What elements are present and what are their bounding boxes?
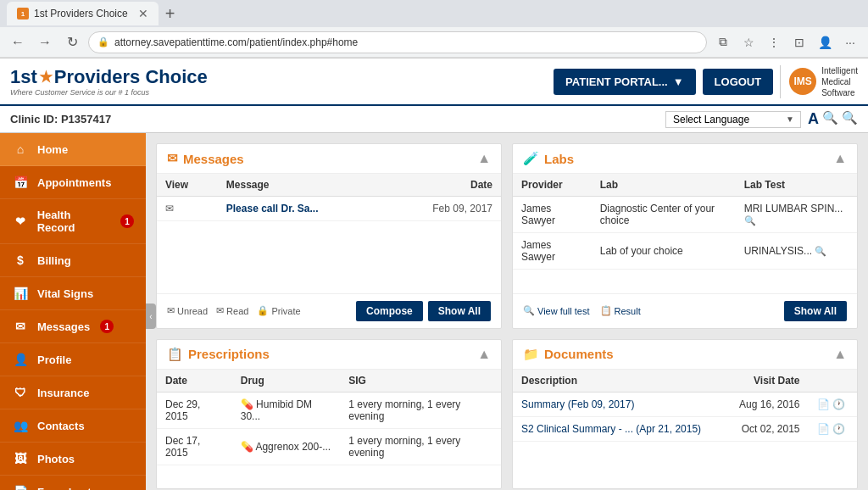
profile-icon[interactable]: 👤 xyxy=(814,31,836,53)
doc-desc-1: Summary (Feb 09, 2017) xyxy=(513,392,725,416)
prescriptions-card: 📋 Prescriptions ▲ Date Drug SIG xyxy=(156,339,502,490)
lab-provider-2: James Sawyer xyxy=(513,233,592,270)
sidebar-label-billing: Billing xyxy=(37,254,71,267)
new-tab-btn[interactable]: + xyxy=(165,4,175,24)
result-link[interactable]: 📋 Result xyxy=(600,305,641,316)
unread-label: Unread xyxy=(177,306,208,316)
rx-col-date: Date xyxy=(157,370,232,393)
sidebar-item-appointments[interactable]: 📅 Appointments xyxy=(0,166,146,199)
lab-lab-2: Lab of your choice xyxy=(592,233,736,270)
documents-table: Description Visit Date Summary (Feb 09, … xyxy=(513,370,857,442)
sidebar-item-vital-signs[interactable]: 📊 Vital Signs xyxy=(0,277,146,310)
sidebar-label-home: Home xyxy=(37,143,68,156)
contacts-icon: 👥 xyxy=(12,419,29,432)
aa-icons: A 🔍 🔍 xyxy=(808,110,858,128)
reload-btn[interactable]: ↻ xyxy=(61,31,83,53)
sidebar-collapse-btn[interactable]: ‹ xyxy=(146,303,156,329)
lab-lab-1: Diagnostic Center of your choice xyxy=(592,197,736,233)
prescriptions-table: Date Drug SIG Dec 29, 2015 💊 Humibid DM … xyxy=(157,370,501,465)
bookmarks-icon[interactable]: ⧉ xyxy=(712,31,734,53)
documents-title-text: Documents xyxy=(544,347,614,361)
logo-sub: Where Customer Service is our # 1 focus xyxy=(10,88,208,97)
more-icon[interactable]: ··· xyxy=(839,31,861,53)
doc-clock-icon-1[interactable]: 🕐 xyxy=(832,398,845,410)
content-area: ✉ Messages ▲ View Message Date xyxy=(146,133,868,490)
tab-bar: 1 1st Providers Choice ✕ + xyxy=(0,0,868,27)
prescriptions-card-title: 📋 Prescriptions xyxy=(167,347,270,362)
browser-chrome: 1 1st Providers Choice ✕ + ← → ↻ 🔒 attor… xyxy=(0,0,868,58)
compose-btn[interactable]: Compose xyxy=(356,301,423,321)
doc-actions-1: 📄 🕐 xyxy=(809,392,858,416)
sidebar-item-photos[interactable]: 🖼 Photos xyxy=(0,443,146,476)
messages-icon: ✉ xyxy=(12,320,29,333)
prescriptions-card-body: Date Drug SIG Dec 29, 2015 💊 Humibid DM … xyxy=(157,370,501,489)
messages-collapse-btn[interactable]: ▲ xyxy=(477,151,491,166)
labs-card-title: 🧪 Labs xyxy=(523,151,574,166)
sidebar-label-facesheet: Facesheet xyxy=(37,486,92,491)
messages-title-text: Messages xyxy=(183,152,244,166)
sidebar-item-profile[interactable]: 👤 Profile xyxy=(0,343,146,376)
search-icon-2[interactable]: 🔍 xyxy=(842,110,858,128)
prescriptions-collapse-btn[interactable]: ▲ xyxy=(477,347,491,362)
sidebar-item-home[interactable]: ⌂ Home xyxy=(0,133,146,166)
rx-date-1: Dec 29, 2015 xyxy=(157,392,232,428)
msg-col-view: View xyxy=(157,174,218,197)
messages-show-all-btn[interactable]: Show All xyxy=(428,301,491,321)
labs-card-header: 🧪 Labs ▲ xyxy=(513,144,857,174)
private-label: Private xyxy=(271,306,300,316)
doc-date-2: Oct 02, 2015 xyxy=(725,416,808,441)
messages-card-header: ✉ Messages ▲ xyxy=(157,144,501,174)
messages-actions: Compose Show All xyxy=(356,301,491,321)
star-icon[interactable]: ☆ xyxy=(737,31,760,53)
sidebar-item-messages[interactable]: ✉ Messages 1 xyxy=(0,310,146,343)
labs-show-all-btn[interactable]: Show All xyxy=(784,301,847,321)
font-large-icon[interactable]: A xyxy=(808,110,819,128)
private-icon: 🔒 xyxy=(257,305,269,316)
logo-area: 1st ★ Providers Choice Where Customer Se… xyxy=(10,66,208,97)
doc-file-icon-2[interactable]: 📄 xyxy=(817,423,830,435)
documents-title-icon: 📁 xyxy=(523,347,539,362)
labs-col-provider: Provider xyxy=(513,174,592,197)
doc-date-1: Aug 16, 2016 xyxy=(725,392,808,416)
cast-icon[interactable]: ⊡ xyxy=(788,31,810,53)
rx-col-sig: SIG xyxy=(340,370,501,393)
menu-icon[interactable]: ⋮ xyxy=(763,31,785,53)
lab-search-icon-1[interactable]: 🔍 xyxy=(744,215,756,226)
address-bar[interactable]: 🔒 attorney.savepatienttime.com/patient/i… xyxy=(88,31,707,53)
patient-portal-btn[interactable]: PATIENT PORTAL... ▼ xyxy=(554,69,695,95)
tab-favicon: 1 xyxy=(17,8,29,19)
language-select[interactable]: Select Language xyxy=(665,111,801,128)
header-right: PATIENT PORTAL... ▼ LOGOUT IMS Intellige… xyxy=(554,65,858,98)
sidebar-item-facesheet[interactable]: 📄 Facesheet xyxy=(0,476,146,490)
sidebar-item-insurance[interactable]: 🛡 Insurance xyxy=(0,376,146,409)
appointments-icon: 📅 xyxy=(12,175,29,189)
sidebar-item-health-record[interactable]: ❤ Health Record 1 xyxy=(0,199,146,244)
unread-legend: ✉ Unread xyxy=(167,305,208,316)
search-icon[interactable]: 🔍 xyxy=(822,110,838,128)
labs-collapse-btn[interactable]: ▲ xyxy=(833,151,847,166)
sidebar-item-contacts[interactable]: 👥 Contacts xyxy=(0,409,146,443)
ims-icon: IMS xyxy=(789,68,816,95)
logo-main: 1st ★ Providers Choice xyxy=(10,66,208,88)
portal-chevron-icon: ▼ xyxy=(673,75,684,88)
unread-icon: ✉ xyxy=(167,305,175,316)
lab-provider-1: James Sawyer xyxy=(513,197,592,233)
doc-file-icon-1[interactable]: 📄 xyxy=(817,398,830,410)
msg-col-date: Date xyxy=(384,174,501,197)
active-tab[interactable]: 1 1st Providers Choice ✕ xyxy=(7,2,159,25)
sidebar: ⌂ Home 📅 Appointments ❤ Health Record 1 … xyxy=(0,133,146,490)
msg-link[interactable]: Please call Dr. Sa... xyxy=(218,197,384,221)
sidebar-item-billing[interactable]: $ Billing xyxy=(0,244,146,277)
prescriptions-title-icon: 📋 xyxy=(167,347,183,362)
view-full-test-link[interactable]: 🔍 View full test xyxy=(523,305,590,316)
messages-badge: 1 xyxy=(100,320,114,333)
logout-btn[interactable]: LOGOUT xyxy=(703,69,774,95)
forward-btn[interactable]: → xyxy=(34,31,56,53)
tab-close-btn[interactable]: ✕ xyxy=(138,7,148,20)
lab-search-icon-2[interactable]: 🔍 xyxy=(815,246,826,256)
doc-actions-2: 📄 🕐 xyxy=(809,416,858,441)
doc-clock-icon-2[interactable]: 🕐 xyxy=(832,423,845,435)
back-btn[interactable]: ← xyxy=(7,31,29,53)
documents-collapse-btn[interactable]: ▲ xyxy=(833,347,847,362)
table-row: Summary (Feb 09, 2017) Aug 16, 2016 📄 🕐 xyxy=(513,392,857,416)
